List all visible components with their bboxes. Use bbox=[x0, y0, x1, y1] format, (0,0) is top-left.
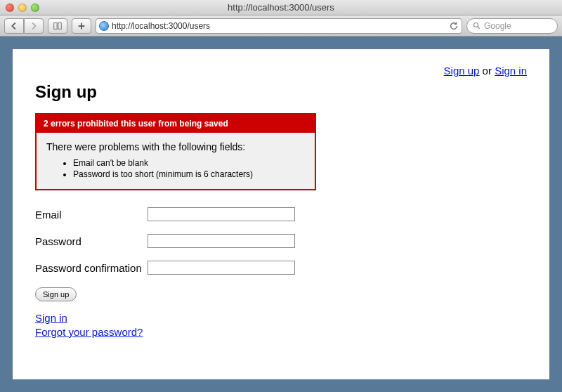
window-title: http://localhost:3000/users bbox=[0, 2, 562, 13]
reload-icon[interactable] bbox=[449, 21, 459, 31]
email-label: Email bbox=[35, 207, 148, 221]
chevron-right-icon bbox=[29, 21, 39, 31]
forgot-password-link[interactable]: Forgot your password? bbox=[35, 325, 143, 339]
book-icon bbox=[53, 21, 63, 31]
form-row-password: Password bbox=[35, 234, 527, 248]
form-row-password-confirmation: Password confirmation bbox=[35, 261, 527, 275]
svg-rect-1 bbox=[58, 22, 61, 29]
add-bookmark-button[interactable] bbox=[72, 18, 91, 34]
browser-toolbar: http://localhost:3000/users Google bbox=[0, 15, 562, 37]
search-placeholder: Google bbox=[484, 21, 511, 31]
top-nav-links: Sign up or Sign in bbox=[35, 65, 527, 77]
error-explanation: 2 errors prohibited this user from being… bbox=[35, 113, 316, 190]
page-content: Sign up or Sign in Sign up 2 errors proh… bbox=[13, 49, 549, 379]
nav-separator: or bbox=[479, 65, 495, 77]
site-favicon bbox=[99, 21, 109, 31]
password-confirmation-label: Password confirmation bbox=[35, 261, 148, 274]
forward-button[interactable] bbox=[24, 18, 44, 34]
sign-up-link[interactable]: Sign up bbox=[444, 65, 480, 77]
nav-button-group bbox=[4, 18, 44, 34]
svg-point-2 bbox=[474, 22, 478, 27]
sign-in-bottom-link[interactable]: Sign in bbox=[35, 311, 67, 325]
error-item: Password is too short (minimum is 6 char… bbox=[73, 169, 305, 179]
password-label: Password bbox=[35, 234, 148, 247]
form-row-email: Email bbox=[35, 207, 527, 221]
bookmarks-button[interactable] bbox=[48, 18, 67, 34]
sign-in-link[interactable]: Sign in bbox=[495, 65, 527, 77]
error-item: Email can't be blank bbox=[73, 158, 305, 168]
svg-rect-0 bbox=[54, 22, 57, 29]
plus-icon bbox=[77, 21, 86, 31]
url-bar[interactable]: http://localhost:3000/users bbox=[96, 18, 462, 34]
browser-viewport: Sign up or Sign in Sign up 2 errors proh… bbox=[0, 37, 562, 392]
email-field[interactable] bbox=[148, 207, 295, 221]
back-button[interactable] bbox=[4, 18, 24, 34]
chevron-left-icon bbox=[9, 21, 19, 31]
minimize-window-button[interactable] bbox=[18, 4, 27, 12]
password-field[interactable] bbox=[148, 234, 295, 248]
zoom-window-button[interactable] bbox=[31, 4, 39, 12]
window-titlebar: http://localhost:3000/users bbox=[0, 0, 562, 15]
url-text: http://localhost:3000/users bbox=[112, 21, 446, 31]
search-box[interactable]: Google bbox=[466, 18, 558, 34]
password-confirmation-field[interactable] bbox=[148, 261, 295, 275]
bottom-links: Sign in Forgot your password? bbox=[35, 311, 527, 339]
close-window-button[interactable] bbox=[6, 4, 14, 12]
error-intro: There were problems with the following f… bbox=[46, 141, 305, 152]
search-icon bbox=[473, 22, 481, 30]
traffic-lights bbox=[0, 4, 39, 12]
error-body: There were problems with the following f… bbox=[37, 133, 315, 189]
error-header: 2 errors prohibited this user from being… bbox=[37, 115, 315, 133]
error-list: Email can't be blank Password is too sho… bbox=[46, 158, 305, 179]
page-title: Sign up bbox=[35, 82, 527, 102]
sign-up-button[interactable]: Sign up bbox=[35, 287, 77, 301]
